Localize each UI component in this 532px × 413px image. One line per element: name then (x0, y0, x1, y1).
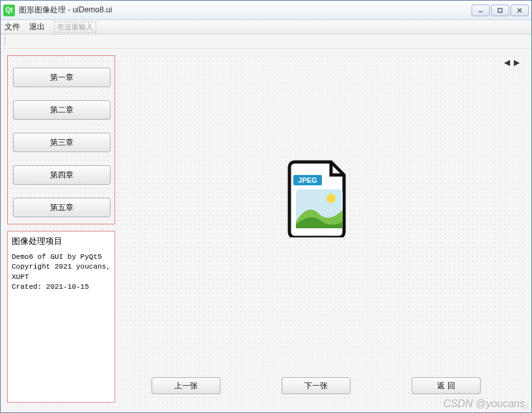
toolbar (1, 34, 531, 49)
toolbar-grip-icon[interactable] (5, 37, 8, 46)
info-title: 图像处理项目 (12, 235, 111, 247)
maximize-button[interactable] (491, 5, 509, 16)
jpeg-badge-text: JPEG (298, 176, 317, 184)
info-body: Demo6 of GUI by PyQt5 Copyright 2021 you… (12, 252, 111, 293)
nav-arrows: ◀ ▶ (504, 58, 520, 67)
nav-left-icon[interactable]: ◀ (504, 58, 510, 67)
chapter-panel: 第一章 第二章 第三章 第四章 第五章 (7, 55, 115, 224)
close-button[interactable] (511, 5, 529, 16)
window-controls (472, 5, 529, 16)
svg-line-9 (527, 408, 529, 410)
nav-right-icon[interactable]: ▶ (514, 58, 520, 67)
info-panel: 图像处理项目 Demo6 of GUI by PyQt5 Copyright 2… (7, 231, 115, 403)
minimize-button[interactable] (472, 5, 490, 16)
chapter-3-button[interactable]: 第三章 (13, 133, 111, 152)
chapter-1-button[interactable]: 第一章 (13, 68, 111, 87)
title-bar: Qt 图形图像处理 - uiDemo8.ui (1, 1, 531, 20)
back-button[interactable]: 返 回 (412, 377, 481, 394)
menu-placeholder[interactable]: 在这里输入 (54, 21, 96, 33)
chapter-2-button[interactable]: 第二章 (13, 100, 111, 120)
window-title: 图形图像处理 - uiDemo8.ui (19, 5, 112, 16)
menu-file[interactable]: 文件 (5, 21, 20, 33)
svg-point-6 (326, 194, 336, 203)
jpeg-file-icon: JPEG (287, 159, 352, 237)
next-button[interactable]: 下一张 (282, 377, 351, 394)
qt-logo-icon: Qt (3, 5, 15, 16)
client-area: ◀ ▶ 第一章 第二章 第三章 第四章 第五章 图像处理项目 Demo6 of … (1, 49, 531, 412)
chapter-4-button[interactable]: 第四章 (13, 165, 111, 185)
prev-button[interactable]: 上一张 (152, 377, 220, 394)
svg-rect-1 (498, 8, 502, 12)
app-window: Qt 图形图像处理 - uiDemo8.ui 文件 退出 在这里输入 ◀ ▶ (0, 0, 532, 413)
chapter-5-button[interactable]: 第五章 (13, 198, 111, 217)
resize-grip-icon[interactable] (521, 402, 530, 411)
menu-bar: 文件 退出 在这里输入 (1, 20, 531, 34)
menu-exit[interactable]: 退出 (29, 21, 45, 33)
